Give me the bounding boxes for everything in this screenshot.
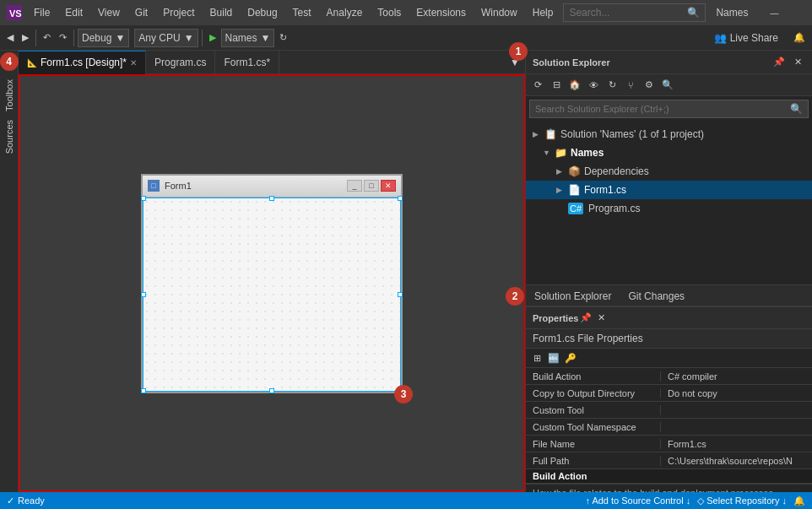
select-repo-button[interactable]: ◇ Select Repository ↓ — [697, 495, 787, 506]
prop-value-file-name[interactable]: Form1.cs — [661, 439, 812, 449]
tree-names-project[interactable]: ▼ 📁 Names — [526, 143, 812, 162]
se-collapse-btn[interactable]: ⊟ — [548, 77, 565, 94]
properties-table: Build Action C# compiler Copy to Output … — [526, 368, 812, 492]
menu-debug[interactable]: Debug — [241, 4, 284, 21]
tab-program[interactable]: Program.cs — [146, 51, 215, 74]
form-window[interactable]: □ Form1 _ □ ✕ — [141, 174, 403, 393]
handle-bot-center[interactable] — [269, 388, 274, 393]
tab-form1-design[interactable]: 📐 Form1.cs [Design]* ✕ — [19, 51, 146, 74]
tree-form1-cs[interactable]: ▶ 📄 Form1.cs — [526, 181, 812, 199]
tree-label-names: Names — [571, 147, 604, 159]
se-pin-button[interactable]: 📌 — [771, 55, 787, 70]
toolbox-sidebar: 4 Toolbox Sources — [0, 51, 19, 492]
prop-value-build-action[interactable]: C# compiler — [661, 371, 812, 382]
sources-label[interactable]: Sources — [4, 118, 14, 155]
menu-build[interactable]: Build — [203, 4, 240, 21]
solution-explorer-header: 1 Solution Explorer 📌 ✕ — [526, 51, 812, 74]
props-categorized-btn[interactable]: ⊞ — [529, 350, 544, 366]
debug-dropdown[interactable]: Debug ▼ — [78, 29, 129, 47]
form-minimize-btn[interactable]: _ — [347, 180, 362, 192]
tree-icon-form1: 📄 — [568, 184, 581, 196]
properties-file-label: Form1.cs File Properties — [526, 329, 812, 349]
props-alpha-btn[interactable]: 🔤 — [546, 350, 561, 366]
toolbox-label[interactable]: Toolbox — [4, 73, 14, 118]
menu-extensions[interactable]: Extensions — [409, 4, 473, 21]
menu-file[interactable]: File — [27, 4, 57, 21]
toolbar-redo[interactable]: ↷ — [56, 28, 70, 48]
menu-edit[interactable]: Edit — [58, 4, 89, 21]
menu-window[interactable]: Window — [474, 4, 524, 21]
add-source-button[interactable]: ↑ Add to Source Control ↓ — [585, 495, 690, 506]
props-page-btn[interactable]: 🔑 — [563, 350, 578, 366]
handle-bot-left[interactable] — [141, 388, 146, 393]
liveshare-label: Live Share — [730, 32, 778, 44]
run-target-dropdown[interactable]: Names ▼ — [221, 29, 275, 47]
liveshare-icon: 👥 — [714, 32, 727, 44]
prop-name-custom-tool-ns: Custom Tool Namespace — [526, 422, 661, 432]
handle-top-center[interactable] — [269, 196, 274, 201]
handle-top-right[interactable] — [398, 196, 403, 201]
menu-git[interactable]: Git — [128, 4, 154, 21]
se-refresh2-btn[interactable]: ↻ — [604, 77, 620, 94]
se-search-input[interactable] — [535, 104, 790, 114]
se-show-all-btn[interactable]: 👁 — [585, 77, 602, 94]
minimize-button[interactable]: — — [755, 0, 793, 25]
form-close-btn[interactable]: ✕ — [381, 180, 396, 192]
close-tab-form1-design[interactable]: ✕ — [130, 58, 137, 68]
handle-mid-right[interactable] — [398, 292, 403, 297]
form-maximize-btn[interactable]: □ — [364, 180, 379, 192]
se-search-box[interactable]: 🔍 — [529, 100, 809, 118]
tree-solution[interactable]: ▶ 📋 Solution 'Names' (1 of 1 project) — [526, 125, 812, 143]
solution-tree: ▶ 📋 Solution 'Names' (1 of 1 project) ▼ … — [526, 122, 812, 284]
tree-icon-program: C# — [568, 203, 583, 214]
toolbar-undo[interactable]: ↶ — [40, 28, 54, 48]
se-git-btn[interactable]: ⑂ — [622, 77, 639, 94]
feedback-button[interactable]: 🔔 — [790, 28, 809, 48]
toolbar-forward[interactable]: ▶ — [19, 28, 32, 48]
se-close-button[interactable]: ✕ — [790, 55, 805, 70]
run-button[interactable]: ▶ — [206, 28, 219, 48]
title-search-input[interactable] — [569, 7, 687, 19]
liveshare-button[interactable]: 👥 Live Share — [707, 30, 785, 46]
toolbar-back[interactable]: ◀ — [3, 28, 17, 48]
solution-explorer-title: Solution Explorer — [533, 57, 768, 68]
se-settings-btn[interactable]: ⚙ — [641, 77, 658, 94]
tree-dependencies[interactable]: ▶ 📦 Dependencies — [526, 162, 812, 181]
tab-form1-cs[interactable]: Form1.cs* — [215, 51, 279, 74]
tab-form1-cs-label: Form1.cs* — [224, 57, 270, 68]
menu-analyze[interactable]: Analyze — [320, 4, 370, 21]
props-close-button[interactable]: ✕ — [593, 311, 609, 326]
menu-view[interactable]: View — [91, 4, 127, 21]
form-body[interactable] — [143, 198, 401, 392]
se-search-btn[interactable]: 🔍 — [659, 77, 676, 94]
annotation-badge-1: 1 — [509, 42, 528, 61]
notifications-icon[interactable]: 🔔 — [793, 495, 805, 506]
ready-label: Ready — [18, 495, 45, 506]
menu-project[interactable]: Project — [156, 4, 201, 21]
prop-value-copy-output[interactable]: Do not copy — [661, 388, 812, 398]
prop-value-full-path: C:\Users\thrak\source\repos\N — [661, 456, 812, 466]
window-controls: — □ ✕ — [755, 0, 812, 25]
tree-arrow-names: ▼ — [543, 149, 551, 157]
props-pin-button[interactable]: 📌 — [578, 311, 593, 326]
tab-git-changes[interactable]: Git Changes — [620, 285, 693, 307]
menu-bar: File Edit View Git Project Build Debug T… — [27, 4, 560, 21]
tree-program-cs[interactable]: ▶ C# Program.cs — [526, 199, 812, 218]
se-refresh-btn[interactable]: ⟳ — [529, 77, 546, 94]
title-search-box[interactable]: 🔍 — [563, 3, 706, 22]
se-search-icon: 🔍 — [790, 103, 803, 115]
cpu-dropdown[interactable]: Any CPU ▼ — [134, 29, 198, 47]
tab-program-label: Program.cs — [154, 57, 206, 68]
toolbar: ◀ ▶ ↶ ↷ Debug ▼ Any CPU ▼ ▶ Names ▼ ↻ 👥 … — [0, 25, 812, 51]
menu-help[interactable]: Help — [526, 4, 560, 21]
form-designer[interactable]: □ Form1 _ □ ✕ — [19, 74, 525, 492]
sep1 — [35, 30, 36, 46]
menu-tools[interactable]: Tools — [371, 4, 408, 21]
handle-top-left[interactable] — [141, 196, 146, 201]
hot-reload-button[interactable]: ↻ — [276, 28, 290, 48]
menu-test[interactable]: Test — [286, 4, 318, 21]
se-home-btn[interactable]: 🏠 — [566, 77, 583, 94]
tab-solution-explorer[interactable]: Solution Explorer — [526, 285, 620, 307]
maximize-button[interactable]: □ — [795, 0, 812, 25]
handle-mid-left[interactable] — [141, 292, 146, 297]
